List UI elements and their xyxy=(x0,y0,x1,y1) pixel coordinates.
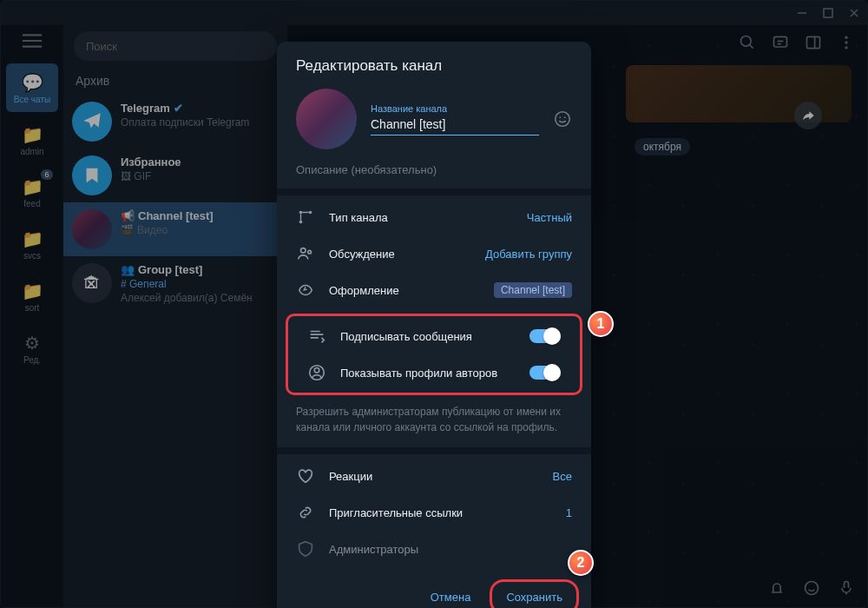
appearance-badge: Channel [test] xyxy=(494,282,572,298)
appearance-icon xyxy=(296,281,315,300)
setting-label: Оформление xyxy=(329,284,480,297)
svg-point-12 xyxy=(299,211,303,215)
setting-show-profiles[interactable]: Показывать профили авторов xyxy=(288,354,580,391)
setting-label: Реакции xyxy=(329,470,539,483)
sign-icon xyxy=(307,327,326,346)
svg-point-16 xyxy=(308,250,312,254)
discussion-icon xyxy=(296,244,315,263)
setting-invite-links[interactable]: Пригласительные ссылки 1 xyxy=(277,494,591,531)
setting-value: 1 xyxy=(566,506,572,519)
help-text: Разрешить администраторам публикацию от … xyxy=(277,397,591,447)
channel-avatar[interactable] xyxy=(296,89,357,149)
setting-value: Все xyxy=(553,470,572,483)
svg-point-13 xyxy=(309,211,312,215)
svg-point-9 xyxy=(556,112,570,127)
setting-label: Показывать профили авторов xyxy=(340,367,516,380)
setting-appearance[interactable]: Оформление Channel [test] xyxy=(277,272,591,308)
setting-admins[interactable]: Администраторы xyxy=(277,531,591,567)
description-field[interactable]: Описание (необязательно) xyxy=(277,163,591,188)
svg-point-15 xyxy=(301,248,306,254)
highlight-annotation: Подписывать сообщения Показывать профили… xyxy=(286,314,582,395)
setting-reactions[interactable]: Реакции Все xyxy=(277,458,591,494)
cancel-button[interactable]: Отмена xyxy=(418,584,483,608)
type-icon xyxy=(296,208,315,227)
callout-1: 1 xyxy=(588,311,614,337)
setting-label: Подписывать сообщения xyxy=(340,330,516,343)
modal-title: Редактировать канал xyxy=(277,42,591,83)
setting-channel-type[interactable]: Тип канала Частный xyxy=(277,199,591,235)
save-highlight: Сохранить xyxy=(490,579,579,608)
setting-label: Тип канала xyxy=(329,211,513,224)
emoji-picker-button[interactable] xyxy=(553,109,572,129)
toggle-sign-messages[interactable] xyxy=(529,329,561,343)
edit-channel-modal: Редактировать канал Название канала Опис… xyxy=(277,42,591,608)
channel-name-input[interactable] xyxy=(371,116,539,135)
modal-backdrop: Редактировать канал Название канала Опис… xyxy=(0,0,868,608)
setting-discussion[interactable]: Обсуждение Добавить группу xyxy=(277,235,591,272)
setting-label: Администраторы xyxy=(329,543,572,556)
setting-value: Частный xyxy=(527,211,572,224)
svg-point-11 xyxy=(564,116,566,118)
divider xyxy=(277,188,591,195)
admin-icon xyxy=(296,539,315,558)
svg-point-14 xyxy=(299,221,303,224)
setting-sign-messages[interactable]: Подписывать сообщения xyxy=(288,318,580,354)
profile-icon xyxy=(307,363,326,382)
toggle-show-profiles[interactable] xyxy=(529,366,561,380)
callout-2: 2 xyxy=(568,550,594,576)
svg-point-10 xyxy=(559,116,561,118)
reactions-icon xyxy=(296,466,315,486)
setting-label: Пригласительные ссылки xyxy=(329,506,552,519)
divider xyxy=(277,447,591,454)
channel-name-label: Название канала xyxy=(371,103,539,114)
save-button[interactable]: Сохранить xyxy=(494,584,575,608)
setting-label: Обсуждение xyxy=(329,248,471,261)
link-icon xyxy=(296,503,315,522)
svg-point-18 xyxy=(314,368,319,373)
setting-value: Добавить группу xyxy=(485,248,572,261)
